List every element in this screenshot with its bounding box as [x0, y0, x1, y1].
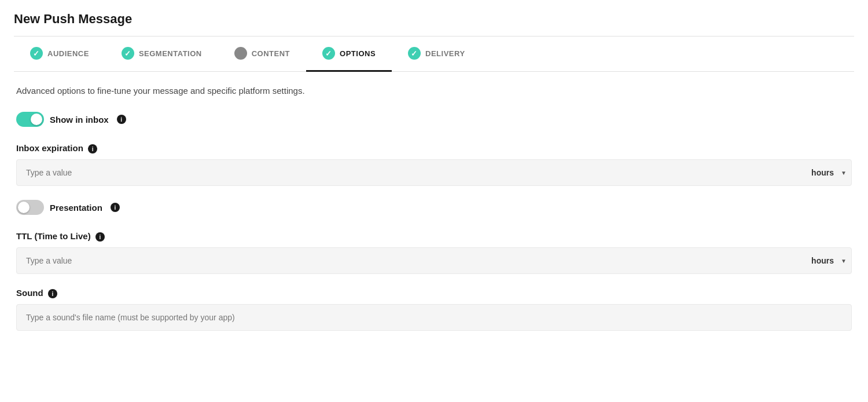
presentation-toggle-track — [16, 200, 44, 215]
inbox-expiration-section: Inbox expiration i hours days weeks — [16, 143, 852, 186]
sound-label: Sound i — [16, 288, 852, 298]
tab-segmentation-label: SEGMENTATION — [139, 49, 202, 58]
sound-section: Sound i — [16, 288, 852, 331]
delivery-check-icon: ✓ — [408, 47, 421, 60]
inbox-expiration-info-icon[interactable]: i — [88, 144, 97, 154]
tab-options-label: OPTIONS — [340, 49, 376, 58]
content-area: Advanced options to fine-tune your messa… — [14, 86, 854, 331]
inbox-expiration-label: Inbox expiration i — [16, 143, 852, 154]
tab-audience-label: AUDIENCE — [47, 49, 89, 58]
ttl-unit-wrapper: hours days weeks — [807, 248, 851, 273]
tab-audience[interactable]: ✓ AUDIENCE — [14, 36, 105, 72]
show-in-inbox-row: Show in inbox i — [16, 112, 852, 127]
ttl-info-icon[interactable]: i — [95, 232, 105, 242]
ttl-unit-select[interactable]: hours days weeks — [807, 248, 852, 273]
options-check-icon: ✓ — [322, 47, 335, 60]
inbox-expiration-input-row: hours days weeks — [16, 159, 852, 186]
toggle-track — [16, 112, 44, 127]
inbox-expiration-input[interactable] — [17, 160, 807, 185]
inbox-expiration-unit-select[interactable]: hours days weeks — [807, 160, 852, 185]
show-in-inbox-info-icon[interactable]: i — [117, 115, 126, 124]
presentation-info-icon[interactable]: i — [111, 203, 120, 212]
presentation-toggle[interactable] — [16, 200, 44, 215]
tab-delivery[interactable]: ✓ DELIVERY — [392, 36, 481, 72]
page-title: New Push Message — [14, 12, 854, 27]
tab-segmentation[interactable]: ✓ SEGMENTATION — [105, 36, 218, 72]
presentation-label: Presentation — [50, 203, 102, 213]
show-in-inbox-label: Show in inbox — [50, 115, 109, 125]
audience-check-icon: ✓ — [30, 47, 43, 60]
ttl-label: TTL (Time to Live) i — [16, 231, 852, 242]
ttl-input[interactable] — [17, 248, 807, 273]
tab-content[interactable]: CONTENT — [218, 36, 306, 72]
presentation-row: Presentation i — [16, 200, 852, 215]
ttl-input-row: hours days weeks — [16, 247, 852, 274]
tab-delivery-label: DELIVERY — [425, 49, 465, 58]
description-text: Advanced options to fine-tune your messa… — [16, 86, 852, 96]
tab-content-label: CONTENT — [252, 49, 290, 58]
content-check-icon — [234, 47, 247, 60]
show-in-inbox-toggle[interactable] — [16, 112, 44, 127]
tabs-nav: ✓ AUDIENCE ✓ SEGMENTATION CONTENT ✓ OPTI… — [14, 36, 854, 72]
ttl-section: TTL (Time to Live) i hours days weeks — [16, 231, 852, 274]
sound-info-icon[interactable]: i — [48, 289, 57, 298]
sound-input[interactable] — [16, 304, 852, 331]
toggle-thumb — [31, 114, 42, 125]
tab-options[interactable]: ✓ OPTIONS — [306, 36, 392, 72]
page-container: New Push Message ✓ AUDIENCE ✓ SEGMENTATI… — [0, 0, 868, 356]
inbox-expiration-unit-wrapper: hours days weeks — [807, 160, 851, 185]
presentation-toggle-thumb — [18, 202, 30, 213]
segmentation-check-icon: ✓ — [122, 47, 134, 60]
